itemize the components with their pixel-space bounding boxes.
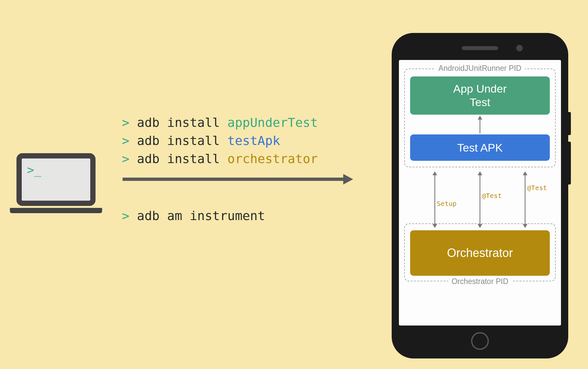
cmd-line-1: > adb install appUnderTest	[122, 114, 318, 132]
pid-label-top: AndroidJUnitRunner PID	[435, 64, 525, 73]
pid-label-bottom: Orchestrator PID	[448, 277, 512, 286]
orchestrator-pid-group: Orchestrator Orchestrator PID	[404, 223, 556, 281]
cmd-arg: testApk	[227, 133, 280, 148]
cmd-line-3: > adb install orchestrator	[122, 150, 318, 168]
androidjunitrunner-pid-group: AndroidJUnitRunner PID App Under Test Te…	[404, 69, 556, 167]
arrow-label: @Test	[527, 184, 547, 192]
laptop-screen: >_	[22, 158, 90, 201]
cmd-line-2: > adb install testApk	[122, 132, 318, 150]
phone-speaker-icon	[462, 46, 498, 50]
arrow-label: @Test	[482, 192, 502, 200]
phone-side-button-icon	[568, 142, 571, 184]
cmd-text: adb install	[137, 152, 228, 166]
arrow-setup: Setup	[417, 171, 453, 228]
phone-home-button-icon	[471, 332, 489, 350]
svg-marker-5	[433, 171, 437, 175]
test-apk-box: Test APK	[410, 134, 550, 161]
cmd-text: adb install	[137, 133, 228, 148]
inner-arrow	[410, 116, 550, 133]
laptop-prompt: >_	[27, 163, 41, 177]
prompt: >	[122, 209, 137, 223]
prompt: >	[122, 152, 137, 166]
cmd-text: adb install	[137, 115, 228, 130]
test-apk-label: Test APK	[457, 141, 503, 155]
cmd-text: adb am instrument	[137, 209, 265, 223]
laptop-base	[10, 208, 102, 213]
arrow-test-2: @Test	[507, 171, 543, 228]
cmd-line-4: > adb am instrument	[122, 207, 318, 225]
app-under-test-box: App Under Test	[410, 76, 550, 115]
phone-screen: AndroidJUnitRunner PID App Under Test Te…	[399, 60, 561, 326]
phone-side-button-icon	[568, 112, 571, 135]
orchestrator-arrows: Setup @Test @Test	[399, 171, 561, 228]
phone-camera-icon	[516, 45, 523, 51]
phone-device: AndroidJUnitRunner PID App Under Test Te…	[392, 33, 568, 358]
prompt: >	[122, 133, 137, 148]
flow-arrow-icon	[123, 173, 353, 185]
arrow-label: Setup	[437, 200, 457, 208]
cmd-arg: appUnderTest	[227, 115, 318, 130]
svg-marker-8	[478, 171, 482, 175]
prompt: >	[122, 115, 137, 130]
arrow-up-icon	[477, 116, 483, 133]
cmd-arg: orchestrator	[227, 152, 318, 166]
app-under-test-label: App Under Test	[453, 82, 507, 109]
svg-marker-3	[478, 116, 482, 120]
arrow-bidirectional-icon	[477, 171, 483, 228]
arrow-bidirectional-icon	[522, 171, 528, 228]
arrow-test-1: @Test	[462, 171, 498, 228]
laptop-icon: >_	[10, 153, 102, 213]
orchestrator-label: Orchestrator	[447, 246, 513, 260]
laptop-bezel: >_	[16, 153, 96, 206]
svg-marker-1	[343, 174, 353, 184]
command-list: > adb install appUnderTest > adb install…	[122, 114, 318, 225]
svg-marker-11	[523, 171, 527, 175]
orchestrator-box: Orchestrator	[410, 230, 550, 276]
